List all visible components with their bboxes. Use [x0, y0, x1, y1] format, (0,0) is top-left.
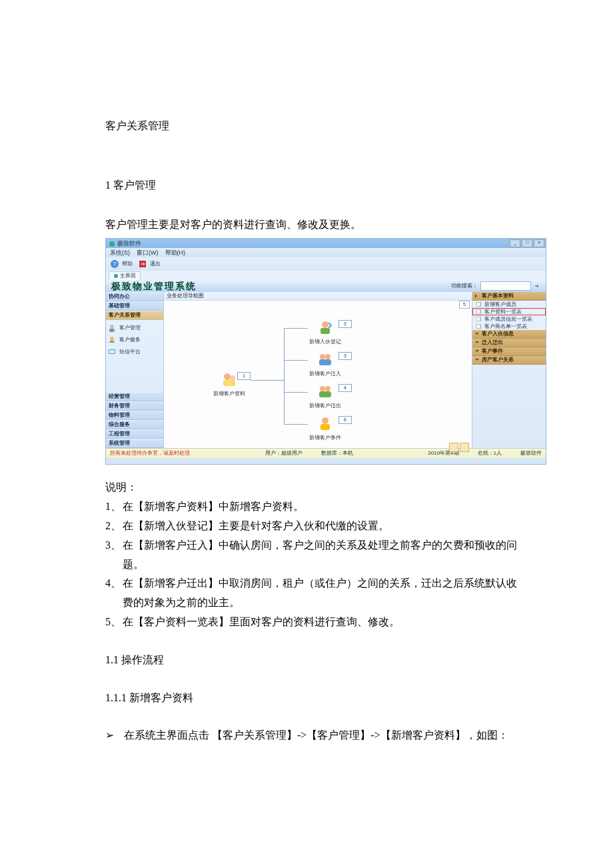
close-button[interactable]: ×: [534, 239, 544, 247]
svg-rect-25: [476, 317, 480, 321]
node-checkin[interactable]: 新增入伙登记: [309, 319, 341, 347]
nav-cat-system[interactable]: 系统管理: [106, 439, 163, 448]
canvas-header: 业务处理导航图: [164, 292, 472, 301]
node-num-2: 2: [338, 320, 352, 328]
node-label: 新增客户事件: [309, 435, 341, 441]
search-area: 功能搜索：: [451, 281, 546, 291]
svg-point-13: [322, 321, 328, 328]
search-label: 功能搜索：: [451, 281, 478, 291]
bullet-text: 在系统主界面点击 【客户关系管理】->【客户管理】->【新增客户资料】，如图：: [124, 726, 523, 745]
status-alert[interactable]: 您有未处理待办事宜，请及时处理: [110, 449, 190, 458]
svg-rect-6: [109, 329, 115, 332]
connector: [284, 360, 308, 361]
svg-point-0: [109, 241, 115, 247]
help-label: 帮助: [122, 259, 133, 269]
rp-item-label: 新增客户成员: [484, 301, 516, 307]
node-movein[interactable]: 新增客户迁入: [309, 351, 341, 379]
intro-text: 客户管理主要是对客户的资料进行查询、修改及更换。: [105, 215, 523, 235]
list-item: 2、在【新增入伙登记】主要是针对客户入伙和代缴的设置。: [105, 517, 523, 536]
exit-icon[interactable]: [138, 259, 147, 269]
nav-cat-collab[interactable]: 协同办公: [106, 292, 163, 301]
rp-group-checkin[interactable]: 客户入伙信息: [472, 330, 546, 339]
node-label: 新增客户资料: [213, 391, 245, 397]
connector: [284, 328, 308, 329]
item-num: 5、: [105, 613, 123, 632]
rp-group-move[interactable]: 迁入迁出: [472, 339, 546, 347]
nav-item-sms[interactable]: 短信平台: [107, 346, 162, 358]
svg-rect-12: [223, 380, 235, 386]
service-icon: [107, 335, 117, 345]
section-number: 1: [105, 179, 111, 191]
people-icon: [221, 371, 238, 388]
svg-rect-20: [319, 391, 331, 397]
connector: [284, 392, 308, 393]
menu-system[interactable]: 系统(S): [110, 247, 130, 258]
doc-icon: [476, 317, 481, 321]
svg-point-18: [320, 386, 325, 391]
svg-rect-26: [476, 324, 480, 329]
nav-cat-base[interactable]: 基础管理: [106, 301, 163, 311]
item-text: 在【新增客户资料】中新增客户资料。: [123, 497, 523, 517]
rp-num-5: 5: [459, 301, 470, 309]
exit-label: 退出: [150, 259, 161, 269]
rp-item-blacklist[interactable]: 客户黑名单一览表: [472, 323, 546, 330]
menu-help[interactable]: 帮助(H): [165, 247, 186, 258]
node-event[interactable]: 新增客户事件: [309, 415, 341, 443]
window-buttons: _ □ ×: [510, 239, 546, 247]
svg-point-10: [224, 373, 231, 380]
subheading-1-1: 1.1 操作流程: [105, 651, 523, 670]
nav-cat-crm[interactable]: 客户关系管理: [106, 311, 163, 320]
pager-next[interactable]: [460, 443, 469, 452]
nav-item-label: 短信平台: [119, 347, 141, 357]
svg-point-16: [325, 354, 330, 359]
node-label: 新增客户迁入: [309, 371, 341, 377]
help-icon[interactable]: ?: [110, 259, 119, 269]
sms-icon: [107, 347, 117, 357]
bullet-item: ➢ 在系统主界面点击 【客户关系管理】->【客户管理】->【新增客户资料】，如图…: [105, 726, 523, 745]
minimize-button[interactable]: _: [510, 239, 520, 247]
item-num: 3、: [105, 536, 123, 575]
nav-item-label: 客户管理: [119, 323, 141, 333]
rp-group-basic[interactable]: 客户基本资料: [472, 292, 546, 301]
nav-item-customer-mgmt[interactable]: 客户管理: [107, 322, 162, 334]
maximize-button[interactable]: □: [522, 239, 532, 247]
rp-item-label: 客户黑名单一览表: [484, 323, 527, 329]
nav-cat-finance[interactable]: 财务管理: [106, 401, 163, 411]
pager-prev[interactable]: [449, 443, 458, 452]
search-input[interactable]: [480, 281, 531, 291]
rp-item-customer-list[interactable]: 客户资料一览表: [472, 308, 546, 315]
bullet-icon: ➢: [105, 726, 124, 745]
rp-item-label: 客户成员信息一览表: [484, 316, 532, 322]
doc-icon: [476, 309, 481, 314]
item-text: 在【新增入伙登记】主要是针对客户入伙和代缴的设置。: [123, 517, 523, 536]
nav-item-label: 客户服务: [119, 335, 141, 345]
item-text: 在【新增客户迁出】中取消房间，租户（或住户）之间的关系，迁出之后系统默认收费的对…: [123, 574, 523, 613]
svg-rect-17: [319, 359, 331, 365]
nav-item-customer-service[interactable]: 客户服务: [107, 334, 162, 346]
list-item: 3、在【新增客户迁入】中确认房间，客户之间的关系及处理之前客户的欠费和预收的问题…: [105, 536, 523, 575]
pager-controls: [449, 443, 469, 452]
item-num: 4、: [105, 574, 123, 613]
customer-icon: [107, 323, 117, 333]
item-num: 1、: [105, 497, 123, 517]
moveout-icon: [316, 383, 334, 400]
menubar: 系统(S) 窗口(W) 帮助(H): [106, 248, 546, 257]
workflow-canvas: 业务处理导航图 新增客户资料 1 新增入伙登记 2: [164, 292, 472, 448]
search-go-icon[interactable]: [534, 283, 540, 289]
node-moveout[interactable]: 新增客户迁出: [309, 383, 341, 411]
nav-cat-biz[interactable]: 经营管理: [106, 392, 163, 401]
rp-group-property[interactable]: 房产客户关系: [472, 356, 546, 365]
rp-item-member-list[interactable]: 客户成员信息一览表: [472, 315, 546, 323]
nav-cat-material[interactable]: 物料管理: [106, 411, 163, 420]
section-heading: 1 客户管理: [105, 176, 523, 195]
menu-window[interactable]: 窗口(W): [137, 247, 159, 258]
rp-item-new-member[interactable]: 5 新增客户成员: [472, 301, 546, 308]
rp-group-event[interactable]: 客户事件: [472, 347, 546, 356]
node-label: 新增入伙登记: [309, 339, 341, 345]
svg-point-5: [110, 325, 114, 329]
explain-label: 说明：: [105, 478, 523, 497]
nav-cat-project[interactable]: 工程管理: [106, 429, 163, 439]
node-num-3: 3: [338, 352, 352, 360]
svg-point-11: [230, 375, 235, 381]
nav-cat-general[interactable]: 综合服务: [106, 420, 163, 429]
